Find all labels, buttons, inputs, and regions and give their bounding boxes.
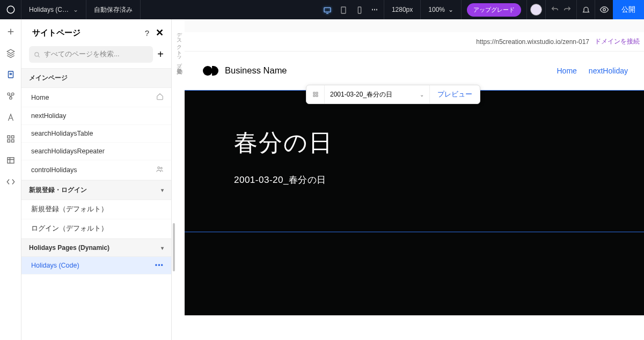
url-bar: https://n5creation.wixstudio.io/zenn-017… (185, 32, 644, 51)
pages-panel: サイトページ ? ✕ すべてのページを検索... + メインページ Home n… (21, 19, 172, 340)
page-switcher[interactable]: Holidays (C… ⌄ (21, 0, 86, 19)
canvas[interactable]: https://n5creation.wixstudio.io/zenn-017… (185, 19, 644, 340)
upgrade-button[interactable]: アップグレード (467, 3, 521, 17)
nav-nextholiday[interactable]: nextHoliday (589, 66, 628, 75)
preview-url: https://n5creation.wixstudio.io/zenn-017 (476, 38, 589, 46)
page-item-holidays-code[interactable]: Holidays (Code) ••• (21, 257, 171, 275)
brand-name: Business Name (225, 65, 287, 76)
chevron-left-icon[interactable]: 〈 (641, 33, 644, 42)
main-area: サイトページ ? ✕ すべてのページを検索... + メインページ Home n… (0, 19, 644, 340)
group-dynamic-pages[interactable]: Holidays Pages (Dynamic)▾ (21, 239, 171, 257)
page-item-home[interactable]: Home (21, 88, 171, 107)
publish-button[interactable]: 公開 (613, 0, 644, 19)
svg-rect-13 (8, 158, 14, 164)
pages-icon[interactable] (6, 70, 16, 79)
device-switcher: ⋯ (318, 0, 384, 19)
page-item-search-repeater[interactable]: searchHolidaysRepeater (21, 143, 171, 160)
svg-rect-18 (178, 69, 181, 72)
tablet-icon[interactable] (339, 6, 348, 13)
search-icon (33, 51, 41, 58)
svg-rect-11 (8, 140, 10, 143)
svg-point-4 (603, 9, 605, 11)
record-selector-label: 2001-03-20_春分の日 (330, 90, 392, 99)
app-logo[interactable] (0, 0, 21, 19)
apps-icon[interactable] (6, 134, 16, 144)
top-bar: Holidays (C… ⌄ 自動保存済み ⋯ 1280px 100%⌄ アップ… (0, 0, 644, 19)
user-avatar[interactable] (527, 0, 545, 19)
hero-section[interactable]: 春分の日 2001-03-20_春分の日 (185, 90, 644, 232)
breakpoint-label: デスクトップ（最大） (175, 29, 182, 65)
svg-point-15 (158, 167, 160, 169)
layers-icon[interactable] (6, 48, 16, 58)
notifications-icon[interactable] (576, 0, 595, 19)
dynamic-data-bar: 2001-03-20_春分の日 ⌄ プレビュー (306, 85, 480, 104)
zoom-level[interactable]: 100%⌄ (421, 0, 462, 19)
chevron-down-icon: ⌄ (73, 6, 78, 13)
svg-rect-10 (11, 136, 14, 138)
record-selector[interactable]: 2001-03-20_春分の日 ⌄ (325, 85, 430, 104)
breakpoint-strip: デスクトップ（最大） (175, 19, 185, 340)
chevron-down-icon: ⌄ (420, 92, 424, 98)
mobile-icon[interactable] (355, 6, 364, 13)
close-icon[interactable]: ✕ (156, 27, 164, 39)
preview-icon[interactable] (595, 0, 613, 19)
more-breakpoints-icon[interactable]: ⋯ (371, 6, 378, 13)
svg-rect-22 (316, 95, 318, 97)
more-icon[interactable]: ••• (155, 262, 164, 269)
page-item-search-table[interactable]: searchHolidaysTable (21, 125, 171, 143)
svg-point-0 (7, 6, 14, 13)
preview-page: https://n5creation.wixstudio.io/zenn-017… (185, 32, 644, 340)
svg-rect-21 (313, 95, 315, 97)
group-main-pages[interactable]: メインページ (21, 68, 171, 88)
group-signup-login[interactable]: 新規登録・ログイン▾ (21, 180, 171, 200)
add-page-icon[interactable]: + (157, 48, 164, 61)
page-switcher-label: Holidays (C… (29, 6, 69, 13)
cms-icon[interactable] (6, 156, 16, 165)
svg-rect-1 (324, 8, 331, 12)
chevron-down-icon: ⌄ (448, 6, 453, 13)
upgrade-cell: アップグレード (462, 0, 527, 19)
svg-rect-20 (316, 92, 318, 94)
svg-rect-12 (11, 140, 14, 143)
page-item-nextholiday[interactable]: nextHoliday (21, 107, 171, 125)
site-nav: Home nextHoliday (557, 66, 628, 75)
search-placeholder: すべてのページを検索... (44, 50, 119, 59)
home-icon (156, 93, 164, 102)
svg-point-16 (160, 167, 162, 169)
redo-icon[interactable] (558, 0, 576, 19)
svg-point-14 (35, 52, 39, 56)
copy-icon[interactable] (175, 68, 185, 76)
preview-button[interactable]: プレビュー (430, 85, 480, 104)
desktop-icon[interactable] (323, 6, 332, 13)
nav-home[interactable]: Home (557, 66, 576, 75)
page-item-control-holidays[interactable]: controlHolidays (21, 160, 171, 180)
panel-title: サイトページ (32, 28, 80, 38)
brand-logo (203, 66, 218, 76)
section-below-hero[interactable] (185, 232, 644, 315)
help-icon[interactable]: ? (145, 28, 149, 38)
add-icon[interactable] (6, 27, 16, 36)
svg-rect-17 (179, 70, 182, 73)
code-icon[interactable] (6, 177, 16, 187)
svg-rect-3 (358, 7, 361, 13)
search-input[interactable]: すべてのページを検索... (29, 46, 153, 63)
canvas-width[interactable]: 1280px (384, 0, 421, 19)
hero-title: 春分の日 (234, 127, 644, 159)
caret-down-icon: ▾ (161, 245, 164, 251)
panel-scrollbar[interactable] (172, 19, 175, 340)
svg-rect-19 (313, 92, 315, 94)
svg-rect-9 (8, 136, 10, 138)
page-item-signup-default[interactable]: 新規登録（デフォルト） (21, 200, 171, 219)
caret-down-icon: ▾ (161, 187, 164, 193)
dataset-icon[interactable] (306, 85, 325, 104)
connect-domain-link[interactable]: ドメインを接続 (595, 37, 640, 46)
left-rail (0, 19, 21, 340)
svg-rect-2 (341, 7, 346, 13)
autosave-status: 自動保存済み (86, 0, 141, 19)
members-icon (156, 165, 164, 175)
hero-subtitle: 2001-03-20_春分の日 (234, 174, 644, 186)
design-icon[interactable] (6, 91, 16, 101)
text-icon[interactable] (6, 113, 16, 122)
page-item-login-default[interactable]: ログイン（デフォルト） (21, 219, 171, 239)
